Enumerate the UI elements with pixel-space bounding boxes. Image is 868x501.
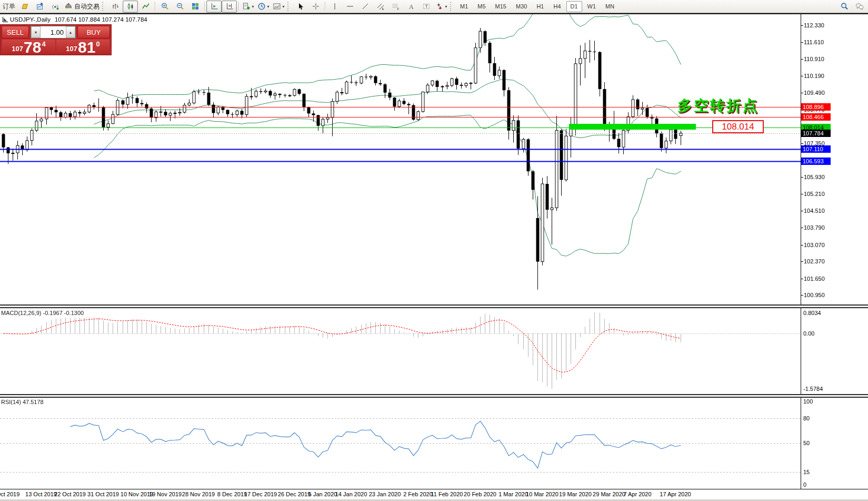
tf-mn[interactable]: MN bbox=[601, 1, 618, 12]
price-tick-label[interactable]: 102.370 bbox=[804, 258, 825, 264]
tf-d1[interactable]: D1 bbox=[566, 1, 582, 12]
channel-button[interactable]: E bbox=[373, 1, 388, 13]
turning-point-annotation[interactable]: 多空转折点 bbox=[677, 96, 759, 116]
date-axis-label[interactable]: 31 Oct 2019 bbox=[87, 491, 119, 497]
price-tick-label[interactable]: 103.070 bbox=[804, 242, 825, 248]
tf-m5[interactable]: M5 bbox=[473, 1, 490, 12]
buy-button[interactable]: BUY bbox=[77, 26, 110, 38]
date-axis-label[interactable]: 20 Feb 2020 bbox=[464, 491, 496, 497]
price-tick-label[interactable]: 105.210 bbox=[804, 191, 825, 197]
signals-button[interactable] bbox=[47, 1, 63, 13]
toolbar-grip[interactable] bbox=[287, 2, 292, 11]
zoom-out-button[interactable] bbox=[172, 1, 187, 13]
date-axis-label[interactable]: 14 Jan 2020 bbox=[335, 491, 367, 497]
indicators-button[interactable]: ▾ bbox=[241, 1, 256, 13]
zoom-in-button[interactable] bbox=[157, 1, 172, 13]
crosshair-button[interactable] bbox=[308, 1, 323, 13]
date-axis-label[interactable]: 17 Apr 2020 bbox=[660, 491, 691, 497]
date-axis-label[interactable]: 28 Nov 2019 bbox=[182, 491, 215, 497]
tf-m15[interactable]: M15 bbox=[491, 1, 511, 12]
price-tick-label[interactable]: 110.190 bbox=[804, 73, 824, 79]
auto-scroll-button[interactable] bbox=[206, 1, 222, 13]
metaeditor-button[interactable] bbox=[17, 1, 32, 13]
trendline-button[interactable] bbox=[357, 1, 373, 13]
date-axis-label[interactable]: 8 Dec 2019 bbox=[217, 491, 247, 497]
rsi-axis-label[interactable]: 80 bbox=[803, 415, 810, 421]
chevron-down-icon[interactable]: ▾ bbox=[267, 4, 269, 9]
bar-chart-button[interactable] bbox=[107, 1, 123, 13]
tile-windows-button[interactable] bbox=[187, 1, 203, 13]
price-level-label[interactable]: 108.896 bbox=[801, 103, 831, 111]
price-tick-label[interactable]: 112.330 bbox=[804, 22, 824, 28]
macd-axis-max[interactable]: 0.8034 bbox=[803, 310, 821, 316]
date-axis-label[interactable]: 26 Dec 2019 bbox=[278, 491, 311, 497]
cursor-button[interactable] bbox=[293, 1, 308, 13]
price-level-label[interactable]: 106.593 bbox=[801, 158, 831, 165]
date-axis-label[interactable]: 19 Nov 2019 bbox=[149, 491, 182, 497]
price-tick-label[interactable]: 103.790 bbox=[804, 224, 825, 231]
price-tick-label[interactable]: 100.950 bbox=[804, 292, 825, 298]
fibonacci-button[interactable]: F bbox=[388, 1, 403, 13]
price-tick-label[interactable]: 104.510 bbox=[804, 208, 825, 214]
date-axis-label[interactable]: 7 Apr 2020 bbox=[623, 491, 651, 497]
label-button[interactable]: T bbox=[418, 1, 434, 13]
sell-price-display[interactable]: 107 78 4 bbox=[2, 40, 55, 55]
price-tick-label[interactable]: 109.490 bbox=[804, 90, 825, 96]
chevron-down-icon[interactable]: ▾ bbox=[282, 4, 284, 9]
price-tick-label[interactable]: 101.650 bbox=[804, 276, 825, 282]
price-tick-label[interactable]: 111.610 bbox=[804, 39, 824, 45]
new-order-button[interactable]: 订单 bbox=[1, 1, 17, 13]
date-axis-label[interactable]: 11 Feb 2020 bbox=[431, 491, 463, 497]
chevron-down-icon[interactable]: ▾ bbox=[445, 4, 447, 9]
line-chart-button[interactable] bbox=[138, 1, 153, 13]
tf-h1[interactable]: H1 bbox=[532, 1, 548, 12]
date-axis-label[interactable]: 13 Oct 2019 bbox=[25, 491, 57, 497]
tf-w1[interactable]: W1 bbox=[583, 1, 601, 12]
volume-input[interactable] bbox=[41, 26, 66, 38]
autotrading-button[interactable]: 自动交易 bbox=[63, 1, 101, 13]
price-level-label[interactable]: 107.110 bbox=[801, 145, 831, 153]
macd-panel-canvas[interactable] bbox=[0, 308, 801, 394]
text-button[interactable]: A bbox=[403, 1, 418, 13]
price-tick-label[interactable]: 105.930 bbox=[804, 174, 825, 180]
rsi-axis-label[interactable]: 100 bbox=[803, 398, 813, 405]
rsi-axis-label[interactable]: 50 bbox=[803, 440, 810, 446]
date-axis-label[interactable]: 29 Mar 2020 bbox=[593, 491, 625, 497]
chart-shift-button[interactable] bbox=[222, 1, 237, 13]
periods-button[interactable]: ▾ bbox=[256, 1, 271, 13]
toolbar-grip[interactable] bbox=[450, 2, 454, 11]
date-axis-label[interactable]: 22 Oct 2019 bbox=[54, 491, 86, 497]
price-tick-label[interactable]: 110.910 bbox=[804, 56, 824, 62]
horizontal-line-button[interactable] bbox=[342, 1, 357, 13]
date-axis-label[interactable]: Oct 2019 bbox=[0, 491, 19, 497]
candlestick-button[interactable] bbox=[123, 1, 138, 13]
date-axis-label[interactable]: 10 Mar 2020 bbox=[526, 491, 558, 497]
rsi-panel-canvas[interactable] bbox=[0, 397, 801, 489]
date-axis-label[interactable]: 2 Feb 2020 bbox=[403, 491, 433, 497]
date-axis-label[interactable]: 17 Dec 2019 bbox=[244, 491, 277, 497]
publish-chart-button[interactable] bbox=[32, 1, 47, 13]
tf-m30[interactable]: M30 bbox=[512, 1, 531, 12]
price-level-label[interactable]: 107.784 bbox=[801, 130, 831, 137]
sell-button[interactable]: SELL bbox=[2, 26, 29, 38]
price-tag-108014[interactable]: 108.014 bbox=[712, 120, 764, 133]
date-axis-label[interactable]: 19 Mar 2020 bbox=[559, 491, 592, 497]
panel-splitter[interactable] bbox=[0, 304, 868, 308]
buy-price-display[interactable]: 107 81 0 bbox=[56, 40, 109, 55]
date-axis-label[interactable]: 5 Jan 2020 bbox=[308, 491, 337, 497]
date-axis-label[interactable]: 23 Jan 2020 bbox=[369, 491, 401, 497]
toolbar-grip[interactable] bbox=[102, 2, 106, 11]
main-chart-canvas[interactable] bbox=[0, 14, 801, 304]
date-axis-label[interactable]: 1 Mar 2020 bbox=[498, 491, 528, 497]
macd-axis-min[interactable]: -1.5784 bbox=[803, 386, 823, 392]
volume-increase-button[interactable]: ▲ bbox=[66, 26, 75, 38]
rsi-axis-label[interactable]: 0 bbox=[803, 482, 806, 488]
tf-m1[interactable]: M1 bbox=[456, 1, 472, 12]
price-level-label[interactable]: 108.466 bbox=[801, 113, 831, 121]
arrows-button[interactable]: ▾ bbox=[434, 1, 449, 13]
macd-axis-zero[interactable]: 0.00 bbox=[803, 330, 814, 337]
panel-splitter[interactable] bbox=[0, 394, 868, 398]
chevron-down-icon[interactable]: ▾ bbox=[252, 4, 254, 9]
rsi-axis-label[interactable]: 15 bbox=[803, 469, 810, 475]
templates-button[interactable]: ▾ bbox=[271, 1, 286, 13]
